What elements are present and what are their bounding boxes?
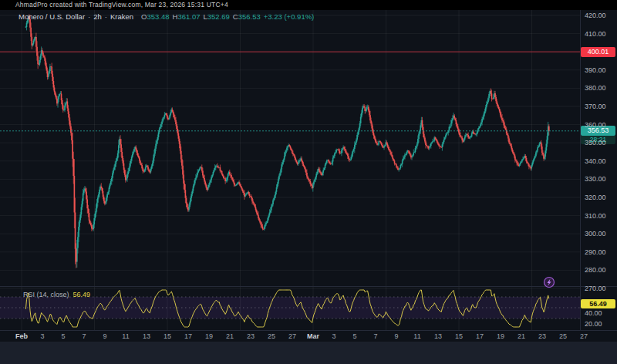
- ohlc-open: O353.48: [141, 12, 169, 21]
- time-tick-label: 9: [103, 332, 106, 340]
- time-tick-label: 5: [61, 332, 65, 340]
- down-candle-wicks: [29, 15, 549, 268]
- exchange-label: Kraken: [110, 12, 133, 21]
- rsi-value: 56.49: [73, 291, 91, 298]
- up-candle-wicks: [25, 15, 548, 268]
- footer-bar: TradingView: [0, 342, 617, 364]
- grid-lines: [0, 10, 580, 331]
- symbol-legend: Monero / U.S. Dollar · 2h · Kraken O353.…: [19, 12, 314, 21]
- rsi-tick-label: 20.00: [585, 320, 617, 328]
- price-tick-label: 280.00: [585, 266, 617, 274]
- change-label: +3.23 (+0.91%): [264, 12, 315, 21]
- price-tick-label: 310.00: [585, 212, 617, 220]
- time-tick-label: 25: [268, 332, 275, 340]
- time-tick-label: 5: [352, 332, 356, 340]
- attribution-bar: AhmadPro created with TradingView.com, M…: [0, 0, 617, 10]
- chart-canvas[interactable]: [0, 0, 617, 364]
- flash-icon[interactable]: [545, 278, 555, 288]
- alert-price-badge[interactable]: 400.01: [581, 47, 615, 57]
- time-tick-label: 7: [373, 332, 377, 340]
- legend-separator: ·: [105, 12, 107, 21]
- tradingview-chart-window: AhmadPro created with TradingView.com, M…: [0, 0, 617, 364]
- price-tick-label: 340.00: [585, 157, 617, 165]
- price-tick-label: 370.00: [585, 103, 617, 110]
- time-tick-label: 15: [455, 332, 463, 340]
- price-tick-label: 270.00: [585, 285, 617, 292]
- price-tick-label: 300.00: [585, 230, 617, 238]
- time-tick-label: 23: [247, 332, 255, 340]
- legend-separator: ·: [88, 12, 90, 21]
- time-tick-label: 3: [40, 332, 44, 340]
- time-tick-label: 17: [476, 332, 484, 340]
- time-tick-label: Feb: [15, 332, 28, 340]
- price-tick-label: 420.00: [585, 12, 617, 19]
- time-tick-label: 11: [122, 332, 129, 340]
- price-tick-label: 330.00: [585, 175, 617, 183]
- time-tick-label: 7: [82, 332, 86, 340]
- down-candle-bodies: [29, 17, 549, 262]
- time-tick-label: 21: [518, 332, 525, 340]
- time-tick-label: 19: [497, 332, 504, 340]
- time-tick-label: Mar: [307, 332, 319, 340]
- price-tick-label: 360.00: [585, 121, 617, 129]
- rsi-title: RSI (14, close): [23, 291, 69, 298]
- price-tick-label: 410.00: [585, 30, 617, 38]
- ohlc-high: H361.07: [173, 12, 201, 21]
- price-tick-label: 380.00: [585, 84, 617, 92]
- rsi-legend[interactable]: RSI (14, close) 56.49: [23, 291, 90, 298]
- price-tick-label: 290.00: [585, 248, 617, 256]
- time-tick-label: 9: [394, 332, 398, 340]
- rsi-value-badge: 56.49: [581, 299, 615, 308]
- time-tick-label: 23: [538, 332, 546, 340]
- time-tick-label: 3: [332, 332, 335, 340]
- time-tick-label: 11: [413, 332, 420, 340]
- time-tick-label: 17: [184, 332, 192, 340]
- interval-label[interactable]: 2h: [93, 12, 102, 21]
- time-tick-label: 15: [164, 332, 171, 340]
- attribution-text: AhmadPro created with TradingView.com, M…: [15, 1, 228, 8]
- time-tick-label: 25: [559, 332, 567, 340]
- price-tick-label: 320.00: [585, 194, 617, 201]
- time-tick-label: 27: [580, 332, 588, 340]
- price-scale[interactable]: [581, 10, 617, 330]
- price-tick-label: 350.00: [585, 139, 617, 147]
- rsi-tick-label: 40.00: [585, 309, 617, 317]
- symbol-title[interactable]: Monero / U.S. Dollar: [19, 12, 85, 21]
- candlestick-series: [25, 15, 548, 268]
- time-tick-label: 27: [288, 332, 296, 340]
- time-tick-label: 13: [143, 332, 150, 340]
- time-tick-label: 21: [226, 332, 234, 340]
- price-tick-label: 390.00: [585, 66, 617, 74]
- time-tick-label: 13: [434, 332, 442, 340]
- ohlc-close: C356.53: [233, 12, 261, 21]
- time-tick-label: 19: [205, 332, 213, 340]
- ohlc-low: L352.69: [203, 12, 229, 21]
